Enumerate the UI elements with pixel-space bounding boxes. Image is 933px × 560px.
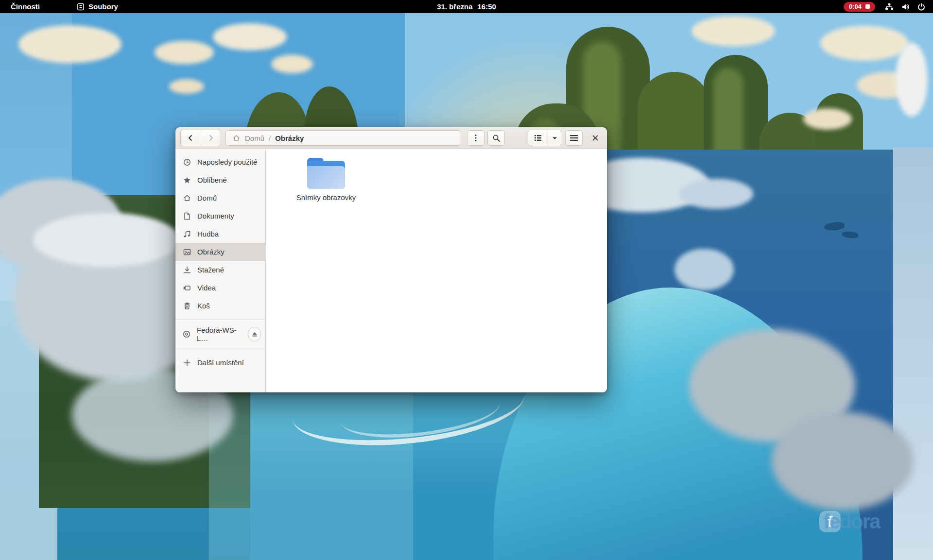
sidebar-item-label: Další umístění: [197, 358, 244, 367]
files-app-icon: [77, 3, 85, 11]
sidebar-item-label: Fedora-WS-L…: [197, 326, 242, 342]
view-options-dropdown[interactable]: [548, 130, 561, 146]
close-button[interactable]: [588, 131, 602, 145]
back-button[interactable]: [181, 130, 201, 146]
wallpaper-cloud: [213, 23, 287, 51]
star-icon: [183, 176, 191, 184]
disc-icon: [183, 330, 190, 338]
sidebar-item-label: Oblíbené: [197, 176, 227, 184]
folder-item-screenshots[interactable]: Snímky obrazovky: [296, 158, 356, 202]
wallpaper-cloud: [772, 412, 914, 510]
download-icon: [183, 266, 191, 274]
window-body: Naposledy použité Oblíbené Domů: [175, 149, 607, 392]
files-window: Domů / Obrázky: [175, 127, 607, 392]
sidebar-separator: [175, 319, 265, 320]
sidebar-item-label: Domů: [197, 194, 217, 202]
activities-button[interactable]: Činnosti: [9, 2, 42, 11]
clock-time: 16:50: [478, 2, 496, 11]
sidebar-item-trash[interactable]: Koš: [175, 297, 265, 315]
eject-button[interactable]: [248, 327, 261, 341]
sidebar-item-starred[interactable]: Oblíbené: [175, 171, 265, 189]
wallpaper-cloud: [155, 41, 214, 64]
home-icon: [183, 194, 191, 202]
home-icon: [232, 134, 241, 142]
clock-date: 31. března: [437, 2, 472, 11]
volume-icon[interactable]: [901, 3, 910, 11]
sidebar-item-home[interactable]: Domů: [175, 189, 265, 207]
sidebar-item-videos[interactable]: Videa: [175, 279, 265, 297]
sidebar-item-other-locations[interactable]: Další umístění: [175, 354, 265, 372]
list-view-button[interactable]: [528, 130, 548, 146]
sidebar-item-pictures[interactable]: Obrázky: [175, 243, 265, 261]
power-icon[interactable]: [917, 3, 925, 11]
location-breadcrumb[interactable]: Domů / Obrázky: [225, 130, 460, 146]
focused-app-menu[interactable]: Soubory: [77, 2, 118, 11]
wallpaper-cloud: [896, 43, 928, 117]
top-bar: Činnosti Soubory 31. března 16:50 0:04: [0, 0, 933, 13]
sidebar-item-recent[interactable]: Naposledy použité: [175, 153, 265, 171]
fedora-wordmark: fedora: [823, 510, 880, 533]
system-status-area[interactable]: 0:04: [844, 2, 933, 12]
sidebar-item-label: Obrázky: [197, 248, 225, 256]
breadcrumb-current[interactable]: Obrázky: [275, 134, 304, 142]
sidebar-item-label: Naposledy použité: [197, 158, 257, 166]
sidebar-separator: [175, 349, 265, 349]
breadcrumb-home[interactable]: Domů: [245, 134, 264, 142]
sidebar-item-label: Dokumenty: [197, 212, 234, 220]
image-icon: [183, 248, 191, 256]
view-toggle: [528, 130, 561, 146]
fedora-watermark: f fedora: [819, 507, 933, 536]
wallpaper-cloud: [33, 213, 180, 267]
sidebar-item-label: Hudba: [197, 230, 219, 238]
document-icon: [183, 212, 191, 220]
sidebar-item-documents[interactable]: Dokumenty: [175, 207, 265, 225]
sidebar-item-label: Koš: [197, 302, 210, 310]
header-bar[interactable]: Domů / Obrázky: [175, 127, 607, 149]
sidebar: Naposledy použité Oblíbené Domů: [175, 149, 266, 392]
music-icon: [183, 230, 191, 238]
clock-icon: [183, 158, 191, 166]
wallpaper-cloud: [674, 249, 734, 290]
wallpaper-cloud: [803, 108, 852, 130]
wallpaper-cloud: [271, 55, 313, 73]
wallpaper-cloud: [169, 79, 204, 94]
wallpaper-pale-column: [893, 147, 933, 560]
sidebar-item-label: Stažené: [197, 266, 224, 274]
plus-icon: [183, 359, 191, 366]
trash-icon: [183, 302, 191, 310]
wallpaper-cloud: [18, 25, 121, 63]
folder-item-label: Snímky obrazovky: [296, 193, 356, 202]
clock[interactable]: 31. března 16:50: [0, 2, 933, 11]
nav-buttons: [180, 130, 221, 146]
wallpaper-cloud: [691, 16, 775, 46]
breadcrumb-separator: /: [269, 134, 271, 142]
sidebar-item-label: Videa: [197, 284, 216, 292]
sidebar-item-music[interactable]: Hudba: [175, 225, 265, 243]
sidebar-item-downloads[interactable]: Stažené: [175, 261, 265, 279]
desktop-screen: f fedora Činnosti Soubory 31. března 16:…: [0, 0, 933, 560]
sidebar-item-volume[interactable]: Fedora-WS-L…: [175, 324, 265, 344]
folder-icon: [307, 158, 345, 189]
screen-recording-indicator[interactable]: 0:04: [844, 2, 875, 12]
network-wired-icon[interactable]: [885, 3, 894, 11]
search-button[interactable]: [487, 130, 505, 146]
top-bar-left: Činnosti Soubory: [0, 2, 118, 11]
forward-button[interactable]: [201, 130, 221, 146]
location-menu-button[interactable]: [467, 130, 484, 146]
focused-app-name: Soubory: [88, 2, 118, 11]
hamburger-menu-button[interactable]: [565, 130, 583, 146]
record-stop-icon[interactable]: [865, 4, 870, 9]
wallpaper-cloud: [679, 179, 753, 209]
file-list-area[interactable]: Snímky obrazovky: [266, 149, 607, 392]
wallpaper-cloud: [820, 26, 909, 61]
video-icon: [183, 285, 191, 291]
recording-time: 0:04: [849, 3, 862, 10]
